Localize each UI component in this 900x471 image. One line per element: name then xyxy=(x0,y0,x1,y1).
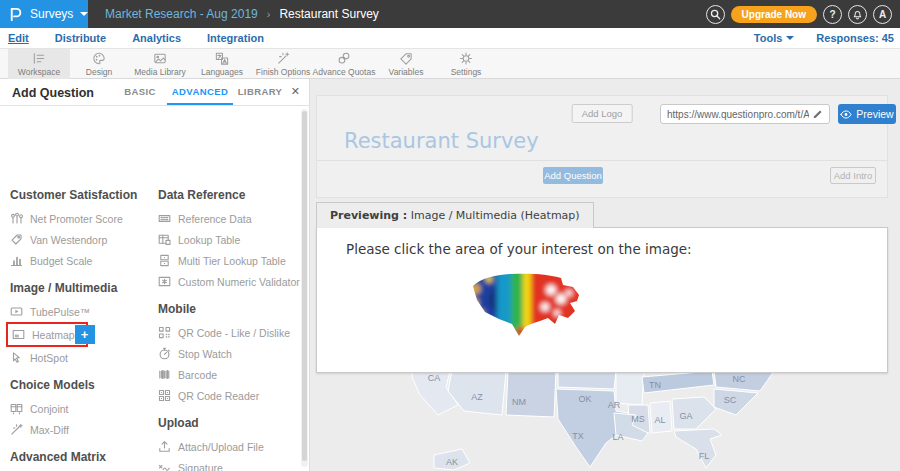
state-label: OK xyxy=(578,394,591,404)
close-panel-button[interactable]: ✕ xyxy=(291,85,300,98)
breadcrumb-folder[interactable]: Market Research - Aug 2019 xyxy=(105,7,258,21)
qtype-conjoint[interactable]: Conjoint xyxy=(10,398,150,419)
survey-url-field xyxy=(660,104,830,124)
qtype-label: QR Code - Like / Dislike xyxy=(178,327,290,339)
state-label: GA xyxy=(679,411,692,421)
toolbar-design[interactable]: Design xyxy=(68,49,130,79)
state-label: AK xyxy=(446,457,458,467)
qtype-label: Multi Tier Lookup Table xyxy=(178,255,286,267)
panel-column-2: Data Reference Reference Data Lookup Tab… xyxy=(158,184,306,471)
add-logo-button[interactable]: Add Logo xyxy=(572,104,633,123)
tab-integration[interactable]: Integration xyxy=(207,32,264,44)
survey-title[interactable]: Restaurant Survey xyxy=(344,129,539,153)
search-button[interactable] xyxy=(706,5,725,24)
toolbar-variables[interactable]: Variables xyxy=(375,49,437,79)
section-mobile: Mobile QR Code - Like / Dislike Stop Wat… xyxy=(158,303,306,406)
tools-menu[interactable]: Tools xyxy=(754,32,795,44)
translate-icon xyxy=(214,51,230,66)
preview-button[interactable]: Preview xyxy=(838,104,896,124)
add-question-button[interactable]: Add Question xyxy=(543,167,603,184)
multi-tier-table-icon xyxy=(158,254,171,267)
question-preview-panel: Please click the area of your interest o… xyxy=(316,227,888,373)
cursor-icon xyxy=(10,351,23,364)
heatmap-usa-image[interactable] xyxy=(465,268,589,342)
toolbar-advance-quotas[interactable]: Advance Quotas xyxy=(313,49,375,79)
toolbar-label: Settings xyxy=(451,67,482,77)
help-button[interactable]: ? xyxy=(823,5,842,24)
topbar-actions: Upgrade Now ? A xyxy=(706,0,892,28)
qtype-budget-scale[interactable]: Budget Scale xyxy=(10,250,150,271)
qtype-label: Budget Scale xyxy=(30,255,92,267)
section-choice-models: Choice Models Conjoint Max-Diff xyxy=(10,379,150,440)
tab-basic[interactable]: BASIC xyxy=(115,79,165,105)
qtype-signature[interactable]: Signature xyxy=(158,457,306,471)
bell-icon xyxy=(852,9,863,20)
qtype-stop-watch[interactable]: Stop Watch xyxy=(158,343,306,364)
breadcrumb-survey-name: Restaurant Survey xyxy=(279,7,378,21)
image-icon xyxy=(152,51,168,66)
lookup-table-icon xyxy=(158,233,171,246)
section-image-multimedia: Image / Multimedia TubePulse™ Heatmap + xyxy=(10,282,150,368)
qtype-reference-data[interactable]: Reference Data xyxy=(158,208,306,229)
section-title: Choice Models xyxy=(10,379,150,392)
edit-toolbar: Workspace Design Media Library Languages… xyxy=(0,49,900,79)
toolbar-settings[interactable]: Settings xyxy=(435,49,497,79)
conjoint-cards-icon xyxy=(10,402,23,415)
qtype-van-westendorp[interactable]: Van Westendorp xyxy=(10,229,150,250)
qtype-barcode[interactable]: Barcode xyxy=(158,364,306,385)
qtype-label: Signature xyxy=(178,462,223,471)
tab-distribute[interactable]: Distribute xyxy=(55,32,106,44)
qtype-max-diff[interactable]: Max-Diff xyxy=(10,419,150,440)
price-tag-icon xyxy=(10,233,23,246)
toolbar-label: Workspace xyxy=(18,67,60,77)
tab-analytics[interactable]: Analytics xyxy=(132,32,181,44)
add-heatmap-question-button[interactable]: + xyxy=(75,325,95,344)
preview-label: Preview xyxy=(856,108,893,120)
qtype-qr-code-reader[interactable]: QR Code Reader xyxy=(158,385,306,406)
state-label: LA xyxy=(612,432,623,442)
section-title: Mobile xyxy=(158,303,306,316)
toolbar-workspace[interactable]: Workspace xyxy=(8,49,70,79)
tab-library[interactable]: LIBRARY xyxy=(235,79,285,105)
qtype-qr-code-like-dislike[interactable]: QR Code - Like / Dislike xyxy=(158,322,306,343)
upgrade-now-button[interactable]: Upgrade Now xyxy=(731,6,817,23)
qtype-label: Net Promoter Score xyxy=(30,213,123,225)
qtype-tubepulse[interactable]: TubePulse™ xyxy=(10,301,150,322)
toolbar-languages[interactable]: Languages xyxy=(191,49,253,79)
qtype-net-promoter-score[interactable]: Net Promoter Score xyxy=(10,208,150,229)
questionpro-logo-surveys-menu[interactable]: Surveys xyxy=(0,0,88,28)
qtype-attach-upload-file[interactable]: Attach/Upload File xyxy=(158,436,306,457)
avatar[interactable]: A xyxy=(873,5,892,24)
toolbar-media-library[interactable]: Media Library xyxy=(129,49,191,79)
heatmap-highlight-box: Heatmap + xyxy=(6,322,88,347)
tab-edit[interactable]: Edit xyxy=(8,32,29,44)
tab-advanced[interactable]: ADVANCED xyxy=(167,79,233,105)
previewing-tab: Previewing : Image / Multimedia (Heatmap… xyxy=(316,202,594,228)
upload-icon xyxy=(158,440,171,453)
qtype-label: TubePulse™ xyxy=(30,306,90,318)
qtype-heatmap[interactable]: Heatmap xyxy=(12,324,75,345)
section-data-reference: Data Reference Reference Data Lookup Tab… xyxy=(158,189,306,292)
state-label: TN xyxy=(649,380,661,390)
qr-reader-icon xyxy=(158,389,171,402)
edit-url-pencil-icon[interactable] xyxy=(811,108,824,121)
section-title: Data Reference xyxy=(158,189,306,202)
palette-icon xyxy=(91,51,107,66)
qtype-lookup-table[interactable]: Lookup Table xyxy=(158,229,306,250)
state-label: FL xyxy=(699,451,710,461)
qtype-label: Barcode xyxy=(178,369,217,381)
qtype-multi-tier-lookup-table[interactable]: Multi Tier Lookup Table xyxy=(158,250,306,271)
panel-scrollbar-thumb[interactable] xyxy=(302,111,307,461)
notifications-button[interactable] xyxy=(848,5,867,24)
top-navbar: Surveys Market Research - Aug 2019 › Res… xyxy=(0,0,900,28)
add-intro-button[interactable]: Add Intro xyxy=(830,167,876,184)
qtype-custom-numeric-validator[interactable]: Custom Numeric Validator xyxy=(158,271,306,292)
qtype-label: Heatmap xyxy=(32,329,75,341)
qtype-label: Max-Diff xyxy=(30,424,69,436)
toolbar-finish-options[interactable]: Finish Options xyxy=(252,49,314,79)
survey-url-input[interactable] xyxy=(661,109,811,120)
qtype-hotspot[interactable]: HotSpot xyxy=(10,347,150,368)
panel-scrollbar[interactable] xyxy=(301,109,308,467)
qtype-label: Conjoint xyxy=(30,403,69,415)
responses-count[interactable]: Responses: 45 xyxy=(816,32,894,44)
